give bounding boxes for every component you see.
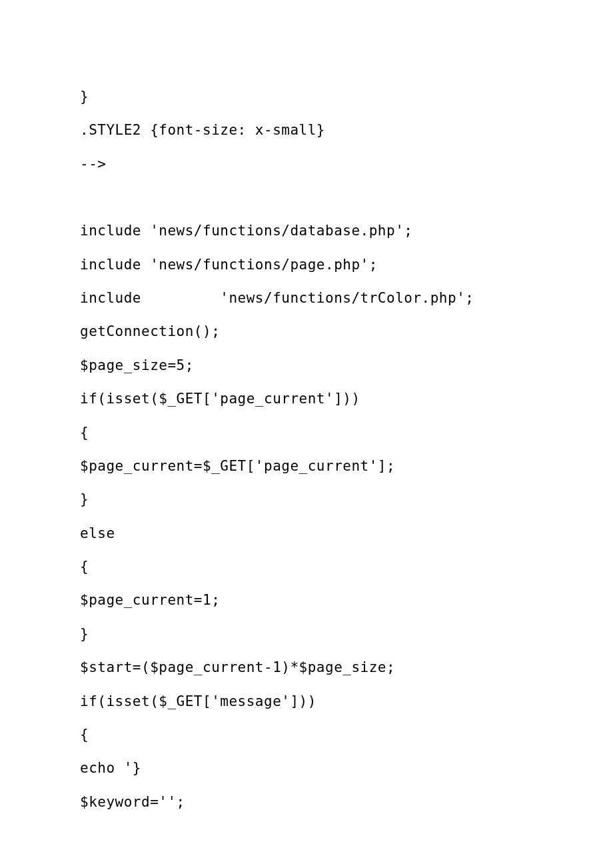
code-line: } (80, 80, 533, 113)
code-line: { (80, 718, 533, 751)
code-line: else (80, 517, 533, 550)
code-line: $keyword=''; (80, 785, 533, 819)
code-line: --> (80, 147, 533, 181)
code-line: if(isset($_GET['message'])) (80, 685, 533, 718)
code-line: { (80, 550, 533, 583)
blank-line (80, 181, 533, 214)
code-line: getConnection(); (80, 315, 533, 348)
code-line: include 'news/functions/page.php'; (80, 248, 533, 281)
code-line: $start=($page_current-1)*$page_size; (80, 651, 533, 684)
code-line: } (80, 483, 533, 516)
code-line: } (80, 617, 533, 651)
code-line: include 'news/functions/trColor.php'; (80, 281, 533, 315)
document-page: } .STYLE2 {font-size: x-small} --> inclu… (0, 0, 613, 819)
code-line: $page_current=1; (80, 583, 533, 617)
code-line: $page_size=5; (80, 349, 533, 382)
code-line: { (80, 416, 533, 449)
code-line: .STYLE2 {font-size: x-small} (80, 113, 533, 147)
code-line: echo '} (80, 751, 533, 785)
code-line: include 'news/functions/database.php'; (80, 214, 533, 247)
code-line: $page_current=$_GET['page_current']; (80, 449, 533, 483)
code-line: if(isset($_GET['page_current'])) (80, 382, 533, 415)
